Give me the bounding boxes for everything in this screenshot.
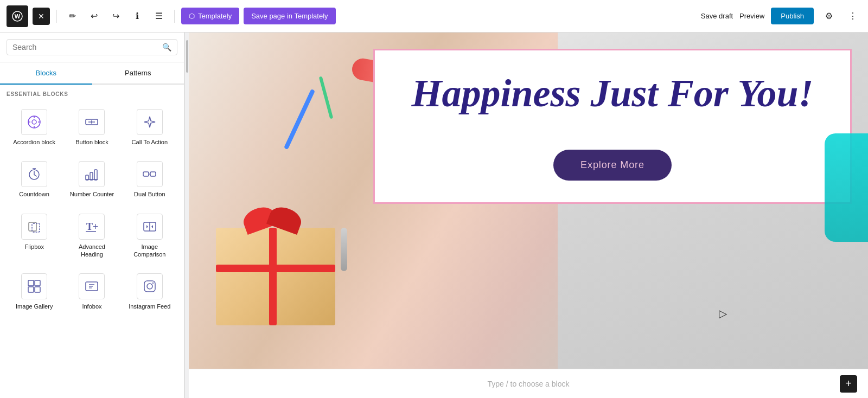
block-label-dual: Dual Button [134, 190, 165, 198]
svg-marker-27 [146, 225, 148, 228]
search-input-wrap: 🔍 [7, 39, 177, 55]
edit-icon-button[interactable]: ✏ [63, 8, 81, 25]
sidebar-scrolltrack [184, 33, 189, 398]
block-label-heading: Advanced Heading [68, 243, 115, 259]
save-draft-link[interactable]: Save draft [701, 12, 733, 20]
streamer-1 [284, 89, 315, 150]
svg-text:W: W [15, 13, 21, 20]
block-label-countdown: Countdown [19, 190, 49, 198]
redo-button[interactable]: ↪ [107, 8, 124, 25]
more-options-button[interactable]: ⋮ [844, 8, 861, 25]
preview-link[interactable]: Preview [739, 12, 764, 20]
wp-logo: W [7, 5, 28, 27]
tab-blocks[interactable]: Blocks [0, 62, 92, 85]
search-icon[interactable]: 🔍 [162, 43, 171, 52]
block-item-flipbox[interactable]: Flipbox [7, 207, 62, 265]
block-label-infobox: Infobox [82, 303, 101, 310]
svg-point-3 [32, 120, 36, 124]
info-button[interactable]: ℹ [129, 8, 146, 25]
section-label: ESSENTIAL BLOCKS [7, 91, 177, 97]
svg-rect-29 [28, 280, 34, 286]
block-item-infobox[interactable]: Infobox [64, 267, 119, 317]
hero-title: Happiness Just For You! [402, 72, 823, 115]
toolbar-divider2 [174, 10, 175, 23]
block-item-countdown[interactable]: Countdown [7, 155, 62, 204]
settings-button[interactable]: ⚙ [820, 8, 838, 25]
imgcomp-icon [137, 214, 163, 240]
block-label-gallery: Image Gallery [16, 303, 53, 310]
tabs-bar: Blocks Patterns [0, 62, 184, 85]
block-item-gallery[interactable]: Image Gallery [7, 267, 62, 317]
sidebar: 🔍 Blocks Patterns ESSENTIAL BLOCKS [0, 33, 184, 398]
templately-label: Templately [198, 12, 232, 20]
heading-icon: T+ [79, 214, 105, 240]
dual-button-icon [137, 161, 163, 187]
block-item-accordion[interactable]: Accordion block [7, 102, 62, 152]
block-label-counter: Number Counter [70, 190, 114, 198]
gallery-icon [21, 273, 47, 299]
accordion-icon [21, 109, 47, 135]
close-button[interactable]: ✕ [33, 8, 50, 25]
svg-marker-28 [151, 225, 153, 228]
candle [341, 228, 347, 271]
block-label-accordion: Accordion block [13, 138, 55, 146]
ribbon-v [269, 228, 277, 325]
block-label-imgcomp: Image Comparison [126, 243, 173, 259]
toolbar-right: Save draft Preview Publish ⚙ ⋮ [701, 8, 861, 25]
cta-icon [137, 109, 163, 135]
svg-rect-30 [35, 280, 40, 286]
block-label-cta: Call To Action [132, 138, 168, 146]
svg-text:T+: T+ [86, 221, 98, 232]
block-item-counter[interactable]: Number Counter [64, 155, 119, 204]
block-item-instagram[interactable]: Instagram Feed [122, 267, 177, 317]
svg-rect-15 [90, 172, 93, 180]
explore-more-button[interactable]: Explore More [553, 150, 672, 181]
publish-button[interactable]: Publish [771, 8, 814, 24]
counter-icon [79, 161, 105, 187]
tab-patterns[interactable]: Patterns [92, 62, 184, 85]
main-layout: 🔍 Blocks Patterns ESSENTIAL BLOCKS [0, 33, 868, 398]
teal-decoration [825, 133, 868, 242]
button-block-icon [79, 109, 105, 135]
explore-btn-wrap: Explore More [402, 132, 823, 181]
svg-rect-19 [150, 172, 156, 176]
templately-icon: ⬡ [189, 12, 195, 20]
svg-rect-16 [94, 170, 97, 180]
block-item-dual[interactable]: Dual Button [122, 155, 177, 204]
streamer-2 [319, 76, 334, 119]
block-item-heading[interactable]: T+ Advanced Heading [64, 207, 119, 265]
block-label-instagram: Instagram Feed [129, 303, 170, 310]
block-label-flipbox: Flipbox [24, 243, 43, 251]
block-item-imgcomp[interactable]: Image Comparison [122, 207, 177, 265]
svg-rect-32 [35, 287, 40, 292]
blocks-grid: Accordion block Button block [7, 102, 177, 317]
svg-point-39 [152, 283, 154, 284]
svg-rect-31 [28, 287, 34, 292]
block-item-button[interactable]: Button block [64, 102, 119, 152]
block-item-cta[interactable]: Call To Action [122, 102, 177, 152]
countdown-icon [21, 161, 47, 187]
svg-rect-37 [144, 281, 155, 292]
save-templately-button[interactable]: Save page in Templately [244, 8, 335, 24]
instagram-icon [137, 273, 163, 299]
flipbox-icon [21, 214, 47, 240]
bottom-bar: Type / to choose a block + [189, 369, 868, 398]
infobox-icon [79, 273, 105, 299]
canvas-area: Happiness Just For You! Explore More ▷ T… [189, 33, 868, 398]
hero-section: Happiness Just For You! Explore More ▷ [189, 33, 868, 369]
list-view-button[interactable]: ☰ [150, 8, 168, 25]
svg-point-38 [147, 284, 152, 289]
type-prompt: Type / to choose a block [488, 380, 570, 388]
undo-button[interactable]: ↩ [85, 8, 103, 25]
add-block-button[interactable]: + [840, 375, 857, 393]
sidebar-scrollthumb [186, 40, 188, 73]
svg-rect-18 [143, 172, 149, 176]
toolbar-divider [56, 10, 57, 23]
block-label-button: Button block [75, 138, 108, 146]
templately-button[interactable]: ⬡ Templately [181, 8, 239, 24]
search-input[interactable] [12, 43, 162, 52]
blocks-area: ESSENTIAL BLOCKS Accordion [0, 85, 184, 398]
search-box: 🔍 [0, 33, 184, 62]
save-templately-label: Save page in Templately [251, 12, 328, 20]
top-toolbar: W ✕ ✏ ↩ ↪ ℹ ☰ ⬡ Templately Save page in … [0, 0, 868, 33]
